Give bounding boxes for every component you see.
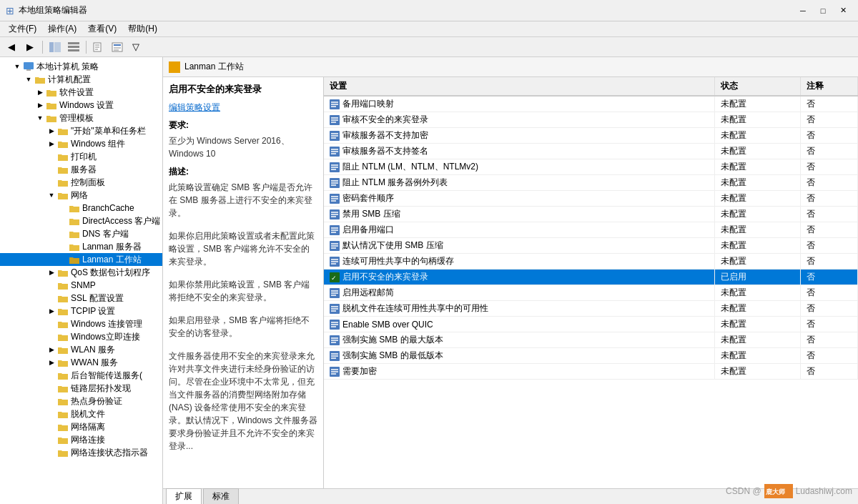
tree-item-net-status[interactable]: 网络连接状态指示器	[0, 446, 162, 459]
tree-item-ssl[interactable]: SSL 配置设置	[0, 292, 162, 305]
tree-item-root[interactable]: ▼ 本地计算机 策略	[0, 60, 162, 73]
tree-item-net-conn[interactable]: 网络连接	[0, 433, 162, 446]
table-row[interactable]: ✓启用不安全的来宾登录已启用否	[324, 270, 858, 285]
menu-item-V[interactable]: 查看(V)	[82, 21, 122, 36]
show-hide-button[interactable]	[46, 39, 64, 55]
tree-item-computer-config[interactable]: ▼ 计算机配置	[0, 73, 162, 86]
tree-item-windows-settings[interactable]: ▶ Windows 设置	[0, 99, 162, 112]
header-note[interactable]: 注释	[801, 77, 858, 95]
table-row[interactable]: Enable SMB over QUIC未配置否	[324, 317, 858, 332]
table-row[interactable]: 启用远程邮简未配置否	[324, 285, 858, 301]
net-conn-label: 网络连接	[71, 434, 105, 446]
expand-computer[interactable]: ▼	[23, 74, 34, 85]
tree-item-isolation[interactable]: 网络隔离	[0, 420, 162, 433]
settings-cell-status: 未配置	[715, 144, 801, 159]
expand-root[interactable]: ▼	[11, 61, 23, 72]
table-row[interactable]: 审核不安全的来宾登录未配置否	[324, 112, 858, 128]
expand-admin[interactable]: ▼	[34, 112, 46, 124]
menu-item-H[interactable]: 帮助(H)	[122, 21, 163, 36]
tree-item-hotspot[interactable]: 热点身份验证	[0, 395, 162, 407]
policy-icon	[330, 367, 340, 377]
tree-item-dns[interactable]: DNS 客户端	[0, 227, 162, 240]
dns-label: DNS 客户端	[82, 228, 129, 240]
table-row[interactable]: 需要加密未配置否	[324, 364, 858, 380]
table-row[interactable]: 启用备用端口未配置否	[324, 222, 858, 238]
menu-item-A[interactable]: 操作(A)	[42, 21, 82, 36]
header-setting[interactable]: 设置	[324, 77, 715, 95]
tree-item-win-conn[interactable]: Windows 连接管理	[0, 317, 162, 330]
table-row[interactable]: 连续可用性共享中的句柄缓存未配置否	[324, 254, 858, 270]
table-row[interactable]: 阻止 NTLM 服务器例外列表未配置否	[324, 175, 858, 191]
minimize-button[interactable]: ─	[794, 4, 812, 18]
tree-item-snmp[interactable]: SNMP	[0, 279, 162, 292]
tree-item-wwan[interactable]: ▶ WWAN 服务	[0, 356, 162, 369]
folder-icon-server	[57, 164, 69, 174]
expand-windows-settings[interactable]: ▶	[34, 99, 46, 111]
table-row[interactable]: 密码套件顺序未配置否	[324, 191, 858, 207]
menu-item-F[interactable]: 文件(F)	[3, 21, 42, 36]
header-status[interactable]: 状态	[715, 77, 801, 95]
tree-item-lanman-workstation[interactable]: Lanman 工作站	[0, 253, 162, 266]
tree-item-tcpip[interactable]: ▶ TCPIP 设置	[0, 305, 162, 317]
settings-cell-note: 否	[801, 159, 858, 174]
tree-item-win-components[interactable]: ▶ Windows 组件	[0, 137, 162, 150]
admin-templates-label: 管理模板	[59, 112, 94, 124]
settings-cell-name: 备用端口映射	[324, 97, 715, 112]
tree-item-printer[interactable]: 打印机	[0, 150, 162, 163]
folder-icon-ll	[57, 383, 69, 393]
software-label: 软件设置	[59, 87, 94, 99]
table-row[interactable]: 阻止 NTLM (LM、NTLM、NTLMv2)未配置否	[324, 159, 858, 175]
tree-item-directaccess[interactable]: DirectAccess 客户端	[0, 214, 162, 227]
close-button[interactable]: ✕	[834, 4, 852, 18]
tab-standard[interactable]: 标准	[203, 488, 239, 504]
table-row[interactable]: 脱机文件在连续可用性共享中的可用性未配置否	[324, 301, 858, 317]
tab-expand[interactable]: 扩展	[166, 488, 202, 504]
folder-icon-start	[57, 126, 69, 136]
tree-item-control-panel[interactable]: 控制面板	[0, 176, 162, 189]
tree-item-software[interactable]: ▶ 软件设置	[0, 86, 162, 99]
expand-network[interactable]: ▼	[46, 189, 57, 201]
settings-cell-name: 阻止 NTLM (LM、NTLM、NTLMv2)	[324, 159, 715, 174]
new-button[interactable]	[90, 39, 107, 55]
expand-software[interactable]: ▶	[34, 87, 46, 98]
svg-rect-0	[49, 42, 54, 52]
table-row[interactable]: 强制实施 SMB 的最低版本未配置否	[324, 348, 858, 364]
expand-wwan[interactable]: ▶	[46, 357, 57, 368]
tree-item-offline[interactable]: 脱机文件	[0, 407, 162, 420]
expand-start[interactable]: ▶	[46, 125, 57, 137]
view-button[interactable]	[65, 39, 82, 55]
table-row[interactable]: 禁用 SMB 压缩未配置否	[324, 207, 858, 222]
policy-icon	[330, 351, 340, 361]
tree-item-admin-templates[interactable]: ▼ 管理模板	[0, 112, 162, 124]
expand-tcpip[interactable]: ▶	[46, 305, 57, 317]
expand-wincomp[interactable]: ▶	[46, 138, 57, 149]
prop-button[interactable]	[109, 39, 126, 55]
tree-item-network[interactable]: ▼ 网络	[0, 189, 162, 202]
back-button[interactable]: ◀	[3, 39, 20, 55]
tree-item-branchcache[interactable]: BranchCache	[0, 202, 162, 214]
tree-item-win-instant[interactable]: Windows立即连接	[0, 330, 162, 343]
tree-item-start-menu[interactable]: ▶ "开始"菜单和任务栏	[0, 124, 162, 137]
expand-wlan[interactable]: ▶	[46, 344, 57, 355]
expand-qos[interactable]: ▶	[46, 267, 57, 278]
tree-item-qos[interactable]: ▶ QoS 数据包计划程序	[0, 266, 162, 279]
filter-button[interactable]: ▽	[127, 39, 144, 55]
settings-cell-note: 否	[801, 222, 858, 237]
forward-button[interactable]: ▶	[21, 39, 39, 55]
tree-item-link-layer[interactable]: 链路层拓扑发现	[0, 382, 162, 395]
policy-icon	[330, 241, 340, 251]
tree-item-server[interactable]: 服务器	[0, 163, 162, 176]
tree-item-bg-transfer[interactable]: 后台智能传送服务(	[0, 369, 162, 382]
maximize-button[interactable]: □	[814, 4, 832, 18]
table-row[interactable]: 默认情况下使用 SMB 压缩未配置否	[324, 238, 858, 254]
edit-policy-link[interactable]: 编辑编辑策略设置策略设置	[169, 102, 220, 112]
table-row[interactable]: 审核服务器不支持签名未配置否	[324, 144, 858, 159]
table-row[interactable]: 备用端口映射未配置否	[324, 97, 858, 112]
folder-icon-da	[69, 216, 80, 226]
tree-item-lanman-server[interactable]: Lanman 服务器	[0, 240, 162, 253]
tree-item-wlan[interactable]: ▶ WLAN 服务	[0, 343, 162, 356]
table-row[interactable]: 审核服务器不支持加密未配置否	[324, 128, 858, 144]
right-panel: Lanman 工作站 启用不安全的来宾登录 编辑编辑策略设置策略设置 要求: 至…	[163, 57, 858, 504]
settings-cell-name: 阻止 NTLM 服务器例外列表	[324, 175, 715, 190]
table-row[interactable]: 强制实施 SMB 的最大版本未配置否	[324, 332, 858, 348]
